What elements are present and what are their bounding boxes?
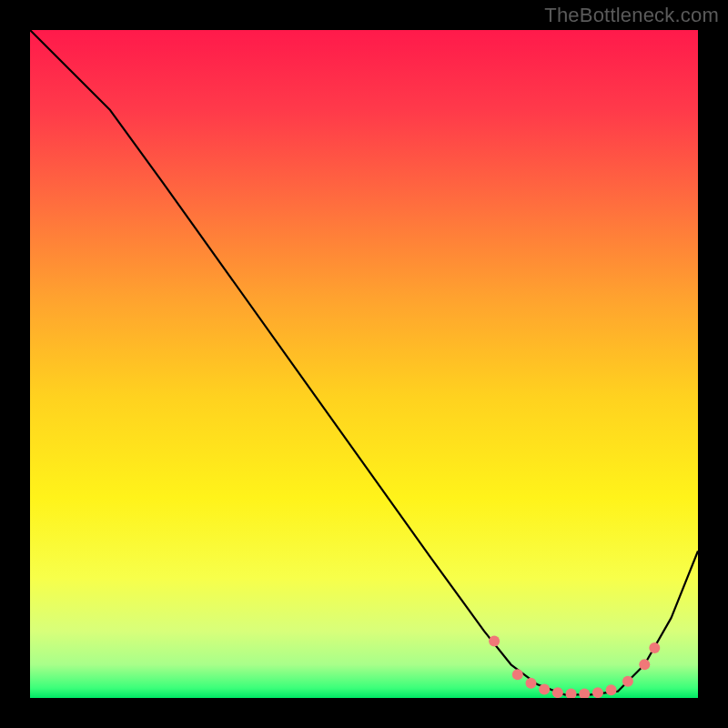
marker-point [539,683,550,694]
marker-point [552,687,563,698]
chart-frame: TheBottleneck.com [0,0,728,728]
marker-point [592,687,603,698]
marker-point [606,684,617,695]
marker-point [512,669,523,680]
marker-point [489,636,500,647]
chart-svg [30,30,698,698]
marker-point [649,642,660,653]
marker-point [639,659,650,670]
watermark-text: TheBottleneck.com [544,4,719,27]
plot-area [30,30,698,698]
gradient-background [30,30,698,698]
marker-point [622,676,633,687]
marker-point [526,678,537,689]
